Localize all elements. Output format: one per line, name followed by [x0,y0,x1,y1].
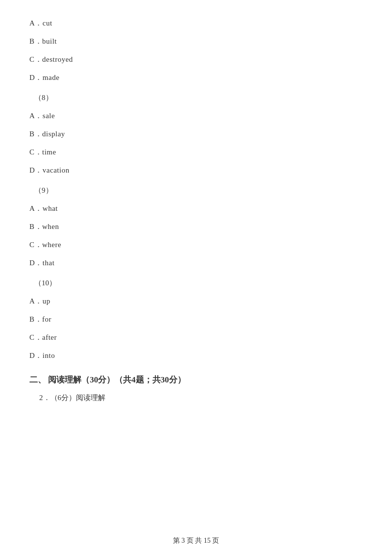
section2-header: 二、 阅读理解（30分）（共4题；共30分） [29,374,363,385]
q10-option-a-label: A． [29,297,43,305]
q10-option-b-label: B． [29,315,42,323]
q8-option-d-label: D． [29,166,43,174]
q8-option-c: C．time [29,148,363,157]
q8-number: （8） [34,93,363,102]
q8-option-b: B．display [29,129,363,139]
q7-option-a-label: A． [29,19,43,27]
q9-option-a-label: A． [29,204,43,212]
q7-option-c-text: destroyed [42,55,73,63]
q7-option-d-text: made [43,74,59,81]
q10-option-b-text: for [42,315,51,323]
q10-option-b: B．for [29,315,363,324]
footer-text: 第 3 页 共 15 页 [173,537,220,544]
q9-option-d: D．that [29,258,363,268]
q8-option-d: D．vacation [29,166,363,175]
q10-option-c-text: after [42,333,57,341]
q9-option-c: C．where [29,240,363,250]
q9-option-b: B．when [29,222,363,231]
q10-option-d-label: D． [29,352,43,359]
q8-option-a-text: sale [43,112,55,120]
q7-option-b: B．built [29,37,363,46]
q9-option-b-label: B． [29,223,42,230]
q7-option-b-text: built [42,37,57,45]
q8-option-b-text: display [42,130,65,138]
q10-option-c-label: C． [29,333,42,341]
q9-number: （9） [34,186,363,195]
q10-option-c: C．after [29,333,363,342]
q7-option-b-label: B． [29,37,42,45]
q7-option-a-text: cut [43,19,52,27]
q9-option-c-label: C． [29,241,42,249]
q9-option-a-text: what [43,204,58,212]
q7-option-c-label: C． [29,55,42,63]
page-footer: 第 3 页 共 15 页 [0,536,392,545]
q10-option-a: A．up [29,297,363,306]
q8-option-d-text: vacation [43,166,70,174]
q7-option-c: C．destroyed [29,55,363,64]
q10-number: （10） [34,278,363,288]
q9-option-a: A．what [29,204,363,213]
q9-option-d-label: D． [29,259,43,267]
sub-question-2: 2．（6分）阅读理解 [39,393,363,403]
q7-option-d: D．made [29,73,363,82]
q10-option-d: D．into [29,351,363,360]
q7-option-a: A．cut [29,19,363,28]
q9-option-d-text: that [43,259,55,267]
q7-option-d-label: D． [29,74,43,81]
q8-option-c-label: C． [29,148,42,156]
q8-option-b-label: B． [29,130,42,138]
q8-option-c-text: time [42,148,56,156]
q8-option-a: A．sale [29,111,363,121]
q9-option-c-text: where [42,241,61,249]
q8-option-a-label: A． [29,112,43,120]
q10-option-a-text: up [43,297,50,305]
q10-option-d-text: into [43,352,55,359]
q9-option-b-text: when [42,223,59,230]
